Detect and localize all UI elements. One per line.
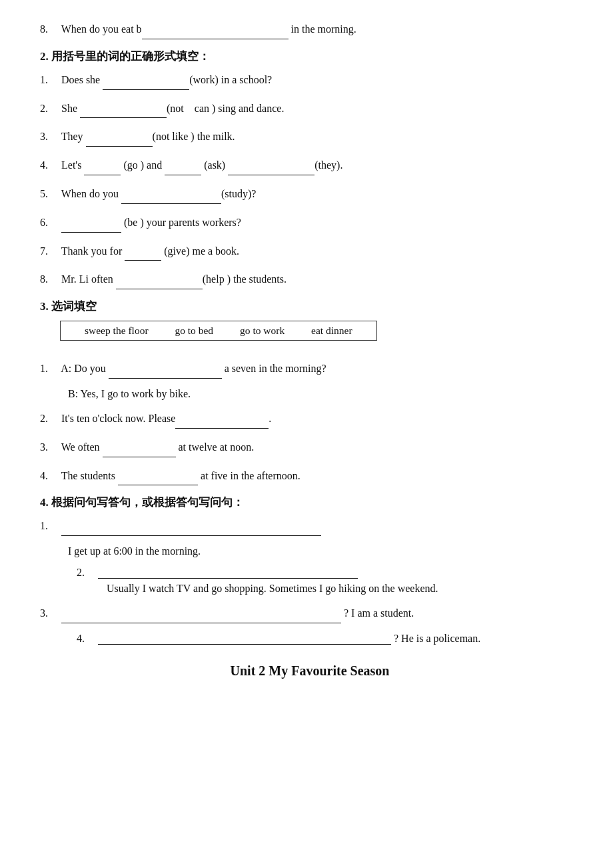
- s2-blank1: [103, 78, 189, 90]
- s3-blank4: [118, 474, 198, 486]
- s4-item3-question: 3. ? I am a student.: [40, 604, 580, 623]
- s2-item7: 7. Thank you for (give) me a book.: [40, 242, 580, 261]
- s4-item4-question: 4. ? He is a policeman.: [77, 633, 580, 645]
- s3-item2: 2. It's ten o'clock now. Please.: [40, 409, 580, 429]
- s4-item2-answer: Usually I watch TV and go shopping. Some…: [107, 583, 580, 595]
- section4-header: 4. 根据问句写答句，或根据答句写问句：: [40, 495, 580, 510]
- q8-text-before: When do you eat b: [61, 23, 142, 35]
- s2-blank8: [116, 278, 203, 290]
- s3-blank3: [103, 445, 176, 457]
- s2-blank7: [125, 249, 161, 261]
- vocab-item-2: go to bed: [175, 325, 213, 336]
- section3-header: 3. 选词填空: [40, 299, 580, 314]
- s4-blank1: [61, 525, 321, 537]
- question-8-top: 8. When do you eat b in the morning.: [40, 20, 580, 39]
- s2-blank6: [61, 221, 121, 233]
- s3-item1-sub: B: Yes, I go to work by bike.: [68, 388, 580, 400]
- s3-item1: 1. A: Do you a seven in the morning?: [40, 359, 580, 379]
- q8-number: 8.: [40, 20, 59, 39]
- s4-item2-question: 2.: [77, 567, 580, 579]
- s4-item1-answer: I get up at 6:00 in the morning.: [68, 545, 580, 557]
- s2-item2: 2. She (not can ) sing and dance.: [40, 99, 580, 119]
- s2-blank4c: [228, 163, 314, 175]
- q8-blank: [142, 27, 289, 39]
- s2-item8: 8. Mr. Li often (help ) the students.: [40, 270, 580, 289]
- s2-blank5: [121, 192, 221, 204]
- vocab-item-3: go to work: [240, 325, 285, 336]
- s3-blank1: [109, 367, 222, 379]
- s4-blank4: [98, 633, 391, 645]
- s4-blank2: [98, 567, 358, 579]
- s2-blank2: [80, 107, 167, 119]
- s2-item4: 4. Let's (go ) and (ask) (they).: [40, 156, 580, 175]
- section2-header: 2. 用括号里的词的正确形式填空：: [40, 49, 580, 64]
- s3-blank2: [175, 417, 269, 429]
- vocab-box-container: sweep the floor go to bed go to work eat…: [40, 321, 580, 350]
- s2-item6: 6. (be ) your parents workers?: [40, 213, 580, 233]
- s2-item1: 1. Does she (work) in a school?: [40, 71, 580, 90]
- vocab-box: sweep the floor go to bed go to work eat…: [60, 321, 377, 341]
- s2-blank4a: [84, 163, 121, 175]
- s2-item5: 5. When do you (study)?: [40, 185, 580, 204]
- s2-item3: 3. They (not like ) the milk.: [40, 127, 580, 147]
- s4-blank3: [61, 611, 341, 623]
- s3-item3: 3. We often at twelve at noon.: [40, 438, 580, 457]
- footer-title: Unit 2 My Favourite Season: [40, 663, 580, 679]
- s3-item4: 4. The students at five in the afternoon…: [40, 467, 580, 486]
- s2-blank3: [86, 135, 153, 147]
- s2-blank4b: [165, 163, 201, 175]
- vocab-item-4: eat dinner: [311, 325, 352, 336]
- q8-text-after: in the morning.: [291, 23, 356, 35]
- s4-item1-question: 1.: [40, 517, 580, 536]
- vocab-item-1: sweep the floor: [85, 325, 149, 336]
